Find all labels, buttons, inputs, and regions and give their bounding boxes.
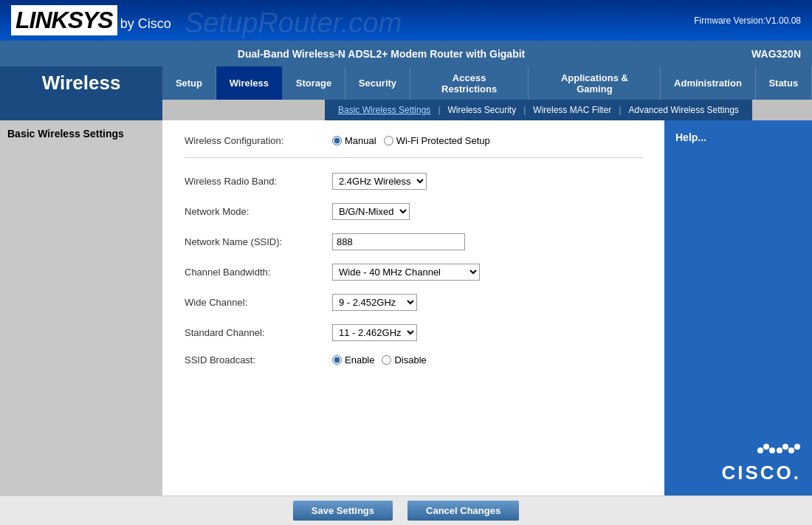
disable-option[interactable]: Disable bbox=[382, 354, 426, 366]
header: LINKSYS by Cisco SetupRouter.com Firmwar… bbox=[0, 0, 812, 41]
tab-access-restrictions[interactable]: Access Restrictions bbox=[410, 66, 529, 100]
sidebar-label: Wireless bbox=[0, 66, 162, 100]
tab-wireless[interactable]: Wireless bbox=[216, 66, 283, 100]
network-mode-control: B/G/N-MixedDisabledB-OnlyG-OnlyN-Only bbox=[332, 203, 410, 220]
channel-bw-select[interactable]: Wide - 40 MHz ChannelStandard - 20 MHz C… bbox=[332, 264, 480, 281]
channel-bw-row: Channel Bandwidth: Wide - 40 MHz Channel… bbox=[185, 264, 642, 281]
ssid-input[interactable] bbox=[332, 233, 465, 250]
save-settings-button[interactable]: Save Settings bbox=[293, 501, 393, 521]
wireless-config-row: Wireless Configuration: Manual Wi-Fi Pro… bbox=[185, 135, 642, 158]
ssid-row: Network Name (SSID): bbox=[185, 233, 642, 250]
svg-point-0 bbox=[757, 447, 763, 453]
logo-area: LINKSYS by Cisco bbox=[11, 5, 171, 35]
sidebar: Basic Wireless Settings bbox=[0, 120, 162, 495]
nav-bar: Wireless Setup Wireless Storage Security… bbox=[0, 66, 812, 100]
nav-tabs: Setup Wireless Storage Security Access R… bbox=[162, 66, 812, 100]
network-mode-select[interactable]: B/G/N-MixedDisabledB-OnlyG-OnlyN-Only bbox=[332, 203, 410, 220]
help-text: Help... bbox=[675, 131, 801, 143]
sub-nav-basic-wireless[interactable]: Basic Wireless Settings bbox=[332, 105, 436, 115]
network-mode-label: Network Mode: bbox=[185, 206, 332, 217]
svg-point-2 bbox=[769, 447, 775, 453]
cisco-name: CISCO. bbox=[721, 461, 801, 484]
logo-linksys: LINKSYS bbox=[11, 5, 117, 35]
std-channel-row: Standard Channel: 11 - 2.462GHz1 - 2.412… bbox=[185, 324, 642, 341]
radio-band-row: Wireless Radio Band: 2.4GHz Wireless5GHz… bbox=[185, 173, 642, 190]
wide-channel-row: Wide Channel: 9 - 2.452GHz1 - 2.412GHz2 … bbox=[185, 294, 642, 311]
manual-option[interactable]: Manual bbox=[332, 135, 376, 146]
std-channel-select[interactable]: 11 - 2.462GHz1 - 2.412GHz2 - 2.417GHz3 -… bbox=[332, 324, 417, 341]
disable-label: Disable bbox=[394, 354, 426, 366]
tab-status[interactable]: Status bbox=[756, 66, 812, 100]
wide-channel-label: Wide Channel: bbox=[185, 297, 332, 308]
wps-radio[interactable] bbox=[384, 136, 393, 145]
ssid-broadcast-row: SSID Broadcast: Enable Disable bbox=[185, 354, 642, 366]
enable-label: Enable bbox=[345, 354, 374, 366]
logo-by-cisco: by Cisco bbox=[120, 16, 171, 32]
sub-nav: Basic Wireless Settings | Wireless Secur… bbox=[325, 100, 752, 120]
svg-point-4 bbox=[782, 444, 788, 450]
cisco-wave-icon bbox=[757, 443, 801, 458]
std-channel-control: 11 - 2.462GHz1 - 2.412GHz2 - 2.417GHz3 -… bbox=[332, 324, 417, 341]
ssid-broadcast-label: SSID Broadcast: bbox=[185, 354, 332, 366]
model-name: WAG320N bbox=[751, 48, 801, 60]
tab-storage[interactable]: Storage bbox=[283, 66, 345, 100]
channel-bw-control: Wide - 40 MHz ChannelStandard - 20 MHz C… bbox=[332, 264, 480, 281]
sidebar-section-title: Basic Wireless Settings bbox=[7, 128, 155, 140]
cisco-brand: CISCO. bbox=[675, 443, 801, 484]
tab-setup[interactable]: Setup bbox=[162, 66, 216, 100]
content-area: Wireless Configuration: Manual Wi-Fi Pro… bbox=[162, 120, 664, 495]
radio-band-label: Wireless Radio Band: bbox=[185, 176, 332, 187]
watermark-text: SetupRouter.com bbox=[185, 7, 402, 39]
cisco-dots-icon bbox=[757, 443, 801, 460]
svg-point-6 bbox=[794, 444, 800, 450]
disable-radio[interactable] bbox=[382, 355, 391, 365]
manual-radio[interactable] bbox=[332, 136, 342, 145]
svg-point-1 bbox=[763, 444, 769, 450]
std-channel-label: Standard Channel: bbox=[185, 327, 332, 338]
wps-option[interactable]: Wi-Fi Protected Setup bbox=[384, 135, 490, 146]
enable-option[interactable]: Enable bbox=[332, 354, 374, 366]
network-mode-row: Network Mode: B/G/N-MixedDisabledB-OnlyG… bbox=[185, 203, 642, 220]
svg-point-5 bbox=[788, 447, 794, 453]
firmware-version: Firmware Version:V1.00.08 bbox=[694, 16, 801, 26]
ssid-broadcast-control: Enable Disable bbox=[332, 354, 427, 366]
ssid-control bbox=[332, 233, 465, 250]
svg-point-3 bbox=[777, 447, 782, 453]
main-area: Basic Wireless Settings Wireless Configu… bbox=[0, 120, 812, 495]
wireless-config-control: Manual Wi-Fi Protected Setup bbox=[332, 135, 490, 146]
tab-security[interactable]: Security bbox=[345, 66, 410, 100]
product-bar: Dual-Band Wireless-N ADSL2+ Modem Router… bbox=[0, 41, 812, 66]
footer: Save Settings Cancel Changes bbox=[0, 495, 812, 525]
sub-nav-wireless-mac[interactable]: Wireless MAC Filter bbox=[527, 105, 617, 115]
tab-applications-gaming[interactable]: Applications & Gaming bbox=[529, 66, 661, 100]
wps-label: Wi-Fi Protected Setup bbox=[396, 135, 490, 146]
enable-radio[interactable] bbox=[332, 355, 342, 365]
tab-administration[interactable]: Administration bbox=[661, 66, 755, 100]
manual-label: Manual bbox=[345, 135, 376, 146]
wide-channel-control: 9 - 2.452GHz1 - 2.412GHz2 - 2.417GHz3 - … bbox=[332, 294, 417, 311]
wireless-config-label: Wireless Configuration: bbox=[185, 135, 332, 146]
sub-nav-advanced-wireless[interactable]: Advanced Wireless Settings bbox=[622, 105, 744, 115]
sub-nav-wireless-security[interactable]: Wireless Security bbox=[442, 105, 523, 115]
radio-band-select[interactable]: 2.4GHz Wireless5GHz Wireless bbox=[332, 173, 427, 190]
wide-channel-select[interactable]: 9 - 2.452GHz1 - 2.412GHz2 - 2.417GHz3 - … bbox=[332, 294, 417, 311]
channel-bw-label: Channel Bandwidth: bbox=[185, 267, 332, 278]
cancel-changes-button[interactable]: Cancel Changes bbox=[407, 501, 519, 521]
ssid-label: Network Name (SSID): bbox=[185, 236, 332, 247]
sub-nav-container: Basic Wireless Settings | Wireless Secur… bbox=[0, 100, 812, 120]
product-name: Dual-Band Wireless-N ADSL2+ Modem Router… bbox=[11, 48, 751, 60]
right-panel: Help... CISCO. bbox=[664, 120, 812, 495]
radio-band-control: 2.4GHz Wireless5GHz Wireless bbox=[332, 173, 427, 190]
